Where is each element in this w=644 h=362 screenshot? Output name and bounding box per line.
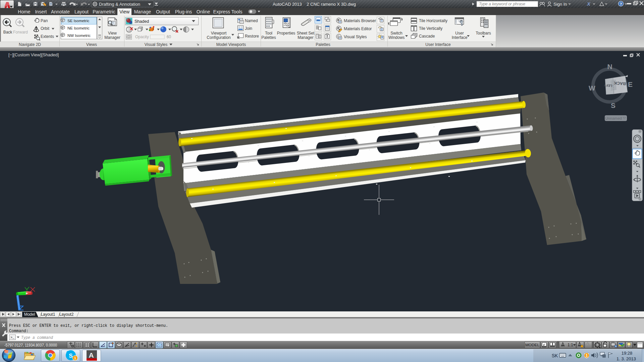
svg-text:Press ESC or ENTER to exit, or: Press ESC or ENTER to exit, or right-cli… bbox=[9, 323, 168, 328]
svg-text:Cascade: Cascade bbox=[419, 34, 435, 39]
svg-text:?: ? bbox=[620, 2, 622, 6]
svg-text:MODEL: MODEL bbox=[525, 343, 540, 347]
svg-text:Pan: Pan bbox=[41, 18, 48, 23]
svg-text:Manage: Manage bbox=[134, 9, 151, 14]
svg-text:Materials Editor: Materials Editor bbox=[344, 26, 372, 31]
svg-text:19:28: 19:28 bbox=[622, 351, 633, 356]
svg-text:Forward: Forward bbox=[13, 30, 28, 35]
svg-text:Unnamed: Unnamed bbox=[605, 116, 622, 120]
svg-text:[−][Custom View][Shaded]: [−][Custom View][Shaded] bbox=[8, 52, 59, 57]
svg-text:A: A bbox=[89, 351, 94, 359]
svg-text:Opacity: Opacity bbox=[135, 35, 149, 39]
svg-text:W: W bbox=[589, 84, 595, 92]
svg-text:Output: Output bbox=[156, 9, 170, 14]
svg-text:Parametric: Parametric bbox=[93, 9, 115, 14]
svg-text:NW Isometric: NW Isometric bbox=[67, 34, 91, 38]
svg-text:Switch: Switch bbox=[390, 31, 402, 36]
svg-text:Manager: Manager bbox=[104, 35, 120, 40]
svg-text:Type a keyword or phrase: Type a keyword or phrase bbox=[479, 2, 525, 6]
svg-text:N: N bbox=[607, 63, 612, 70]
svg-text:-5797.0127, 11934.8037, 0.0000: -5797.0127, 11934.8037, 0.0000 bbox=[4, 343, 57, 348]
svg-text:>_: >_ bbox=[10, 336, 15, 340]
svg-text:1:1: 1:1 bbox=[568, 343, 573, 347]
svg-text:Shaded: Shaded bbox=[135, 19, 149, 24]
svg-text:Home: Home bbox=[18, 9, 31, 14]
svg-text:E: E bbox=[628, 80, 633, 88]
svg-text:Join: Join bbox=[245, 26, 252, 31]
svg-text:User Interface: User Interface bbox=[425, 42, 451, 47]
svg-text:View: View bbox=[119, 9, 130, 14]
svg-text:S: S bbox=[611, 102, 615, 109]
svg-text:Viewport: Viewport bbox=[211, 31, 227, 36]
svg-text:User: User bbox=[455, 31, 464, 36]
svg-text:Insert: Insert bbox=[35, 9, 47, 14]
svg-text:Tool: Tool bbox=[265, 31, 272, 36]
svg-text:Materials Browser: Materials Browser bbox=[344, 18, 376, 23]
svg-text:Named: Named bbox=[245, 18, 258, 23]
svg-text:Online: Online bbox=[197, 9, 210, 14]
svg-text:Extents: Extents bbox=[41, 34, 54, 39]
svg-text:Interface: Interface bbox=[452, 35, 468, 40]
svg-text:Layout1: Layout1 bbox=[41, 312, 55, 317]
svg-text:Toolbars: Toolbars bbox=[476, 31, 491, 36]
svg-text:BACK: BACK bbox=[614, 80, 626, 86]
svg-text:Tile Horizontally: Tile Horizontally bbox=[419, 18, 447, 23]
svg-text:Tile Vertically: Tile Vertically bbox=[419, 26, 442, 31]
svg-text:NE Isometric: NE Isometric bbox=[67, 26, 90, 30]
svg-text:Layout2: Layout2 bbox=[59, 312, 74, 317]
svg-text:Windows: Windows bbox=[388, 35, 405, 40]
svg-text:S: S bbox=[69, 353, 72, 359]
svg-text:Palettes: Palettes bbox=[261, 35, 276, 40]
svg-text:Command:: Command: bbox=[9, 328, 29, 334]
svg-text:Sheet Set: Sheet Set bbox=[297, 31, 315, 36]
svg-text:SE Isometric: SE Isometric bbox=[67, 19, 89, 23]
svg-text:60: 60 bbox=[167, 35, 171, 39]
svg-text:Manager: Manager bbox=[298, 35, 313, 40]
svg-text:1. 3. 2013: 1. 3. 2013 bbox=[616, 356, 636, 361]
svg-text:Visual Styles: Visual Styles bbox=[344, 35, 367, 39]
svg-text:Orbit: Orbit bbox=[41, 26, 50, 31]
svg-text:Annotate: Annotate bbox=[51, 9, 70, 14]
svg-text:Plug-ins: Plug-ins bbox=[175, 9, 192, 14]
svg-text:View: View bbox=[108, 31, 117, 36]
svg-text:Properties: Properties bbox=[277, 31, 296, 36]
svg-text:AutoCAD 2013 2 CNC rameno X: AutoCAD 2013 2 CNC rameno X 3D.dwg bbox=[273, 2, 356, 7]
svg-text:Type a command: Type a command bbox=[21, 335, 53, 340]
svg-text:Express Tools: Express Tools bbox=[213, 9, 243, 14]
svg-text:Layout: Layout bbox=[74, 9, 89, 14]
svg-text:SK: SK bbox=[552, 353, 558, 358]
svg-text:1: 1 bbox=[586, 354, 588, 357]
svg-text:X: X bbox=[587, 1, 591, 7]
svg-text:Navigate 2D: Navigate 2D bbox=[19, 42, 41, 47]
svg-text:Configuration: Configuration bbox=[207, 35, 230, 40]
svg-text:Model: Model bbox=[24, 312, 35, 317]
svg-text:Sign In: Sign In bbox=[553, 2, 567, 7]
svg-text:Visual Styles: Visual Styles bbox=[145, 42, 167, 47]
svg-text:Palettes: Palettes bbox=[316, 42, 330, 47]
svg-text:1: 1 bbox=[74, 356, 76, 360]
svg-text:Views: Views bbox=[86, 42, 97, 47]
svg-text:Drafting & Annotation: Drafting & Annotation bbox=[99, 2, 140, 7]
svg-text:Model Viewports: Model Viewports bbox=[216, 42, 246, 47]
svg-text:Back: Back bbox=[3, 30, 13, 35]
svg-text:Restore: Restore bbox=[245, 34, 259, 39]
